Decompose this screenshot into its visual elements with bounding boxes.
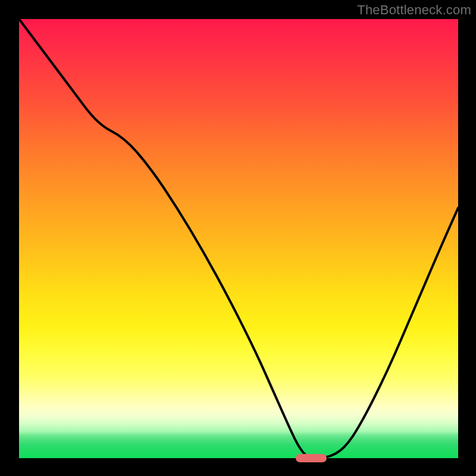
bottleneck-curve-path [19,19,458,458]
curve-layer [19,19,458,458]
optimal-marker [296,454,327,462]
watermark-text: TheBottleneck.com [357,2,471,18]
bottleneck-chart: TheBottleneck.com [0,0,476,476]
plot-area [19,19,458,458]
